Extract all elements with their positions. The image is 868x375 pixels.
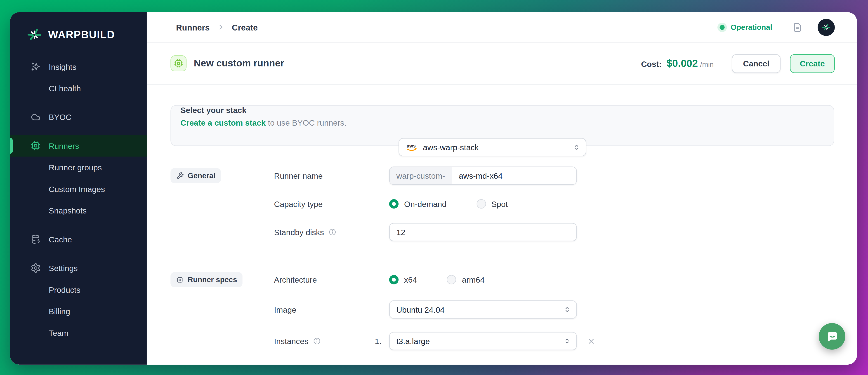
architecture-radio-group: x64 arm64	[389, 275, 834, 284]
cloud-icon	[31, 112, 41, 123]
instances-label: Instances	[274, 337, 308, 345]
radio-on-demand[interactable]: On-demand	[389, 199, 447, 209]
runner-specs-badge: Runner specs	[170, 272, 243, 287]
status-label: Operational	[731, 23, 772, 31]
breadcrumb-current: Create	[232, 22, 258, 32]
radio-x64[interactable]: x64	[389, 275, 417, 284]
form-content: Select your stack Create a custom stack …	[147, 85, 857, 365]
radio-unselected-icon	[476, 199, 486, 209]
remove-instance-icon[interactable]	[587, 337, 596, 345]
sidebar-item-runner-groups[interactable]: Runner groups	[10, 157, 147, 178]
general-section-badge: General	[170, 168, 221, 183]
radio-selected-icon	[389, 199, 399, 209]
runner-specs-section: Runner specs Architecture x64 arm64	[170, 272, 834, 350]
runner-name-input[interactable]	[452, 167, 576, 184]
runner-chip-icon	[170, 55, 186, 71]
image-row: Image Ubuntu 24.04	[170, 301, 834, 319]
image-select-value: Ubuntu 24.04	[396, 305, 444, 314]
title-bar: New custom runner Cost: $0.002 /min Canc…	[147, 43, 857, 85]
logo: WARPBUILD	[27, 27, 147, 43]
chevron-up-down-icon	[563, 305, 571, 314]
standby-disks-label: Standby disks	[274, 228, 324, 237]
instance-select-value: t3.a.large	[396, 337, 430, 345]
sidebar-item-billing[interactable]: Billing	[10, 301, 147, 322]
sidebar-item-products[interactable]: Products	[10, 279, 147, 301]
image-select[interactable]: Ubuntu 24.04	[389, 301, 577, 319]
cost-value: $0.002	[666, 57, 698, 69]
runner-specs-badge-label: Runner specs	[188, 276, 237, 284]
standby-disks-row: Standby disks	[170, 223, 834, 241]
sidebar-item-ci-health[interactable]: CI health	[10, 77, 147, 99]
standby-disks-input[interactable]	[389, 223, 577, 241]
image-label: Image	[274, 305, 389, 314]
avatar-starburst-icon	[822, 22, 831, 32]
instances-label-wrap: Instances	[274, 337, 389, 345]
sidebar-item-label: Insights	[49, 62, 76, 71]
chat-icon	[825, 329, 839, 343]
radio-arm64[interactable]: arm64	[447, 275, 485, 284]
capacity-type-label: Capacity type	[274, 200, 389, 208]
sidebar-item-label: Custom Images	[49, 184, 105, 193]
document-icon[interactable]	[792, 22, 803, 33]
radio-label: arm64	[462, 275, 485, 284]
sidebar-item-label: BYOC	[49, 112, 72, 121]
sidebar-item-runners[interactable]: Runners	[10, 135, 147, 157]
architecture-label: Architecture	[274, 275, 389, 284]
sidebar: WARPBUILD Insights CI health	[10, 12, 147, 365]
instance-control: 1. t3.a.large	[389, 332, 834, 350]
breadcrumb-parent[interactable]: Runners	[176, 22, 210, 32]
sidebar-nav: Insights CI health BYOC	[10, 56, 147, 343]
standby-disks-label-wrap: Standby disks	[274, 228, 389, 237]
aws-logo-icon: aws	[406, 142, 418, 152]
main-area: Runners Create Operational	[147, 12, 857, 365]
create-custom-stack-link[interactable]: Create a custom stack	[180, 118, 266, 127]
wrench-icon	[176, 172, 184, 179]
sidebar-item-team[interactable]: Team	[10, 322, 147, 344]
info-icon[interactable]	[329, 228, 337, 236]
avatar[interactable]	[817, 19, 835, 36]
stack-heading: Select your stack	[180, 106, 824, 114]
sidebar-item-label: CI health	[49, 84, 81, 93]
chevron-up-down-icon	[563, 337, 571, 345]
status-indicator[interactable]: Operational	[720, 23, 772, 31]
active-indicator-bar	[10, 138, 13, 154]
sidebar-item-label: Snapshots	[49, 206, 87, 215]
top-header: Runners Create Operational	[147, 12, 857, 43]
sidebar-item-label: Runners	[49, 141, 79, 150]
cpu-icon	[31, 140, 41, 151]
sidebar-item-byoc[interactable]: BYOC	[10, 106, 147, 128]
cpu-icon	[176, 276, 184, 283]
sidebar-item-label: Runner groups	[49, 163, 102, 172]
desktop-background: WARPBUILD Insights CI health	[0, 0, 868, 375]
radio-label: x64	[404, 275, 417, 284]
instance-type-select[interactable]: t3.a.large	[389, 332, 577, 350]
sidebar-item-insights[interactable]: Insights	[10, 56, 147, 77]
sidebar-item-snapshots[interactable]: Snapshots	[10, 200, 147, 221]
svg-text:aws: aws	[407, 143, 416, 148]
sidebar-item-cache[interactable]: Cache	[10, 228, 147, 250]
create-button[interactable]: Create	[790, 54, 835, 73]
cost-unit: /min	[700, 60, 714, 68]
stack-panel: Select your stack Create a custom stack …	[170, 105, 834, 146]
instances-row: Instances 1. t3.a.large	[170, 332, 834, 350]
page-title: New custom runner	[194, 58, 284, 69]
sidebar-item-label: Team	[49, 328, 68, 337]
app-window: WARPBUILD Insights CI health	[10, 12, 857, 365]
logo-text: WARPBUILD	[48, 29, 115, 41]
radio-selected-icon	[389, 275, 399, 284]
sidebar-item-custom-images[interactable]: Custom Images	[10, 178, 147, 200]
sidebar-item-settings[interactable]: Settings	[10, 257, 147, 279]
section-divider	[170, 257, 834, 257]
stack-select[interactable]: aws aws-warp-stack	[399, 138, 586, 156]
runner-name-label: Runner name	[274, 171, 389, 180]
status-dot-icon	[720, 25, 725, 30]
info-icon[interactable]	[313, 337, 321, 345]
stack-select-value: aws-warp-stack	[423, 143, 479, 151]
sidebar-item-label: Billing	[49, 307, 70, 316]
chevron-up-down-icon	[572, 143, 581, 151]
cancel-button[interactable]: Cancel	[732, 54, 780, 73]
runner-name-input-group: warp-custom-	[389, 167, 577, 185]
chat-launcher-button[interactable]	[819, 323, 845, 350]
stack-subtext-suffix: to use BYOC runners.	[268, 118, 346, 127]
radio-spot[interactable]: Spot	[476, 199, 508, 209]
